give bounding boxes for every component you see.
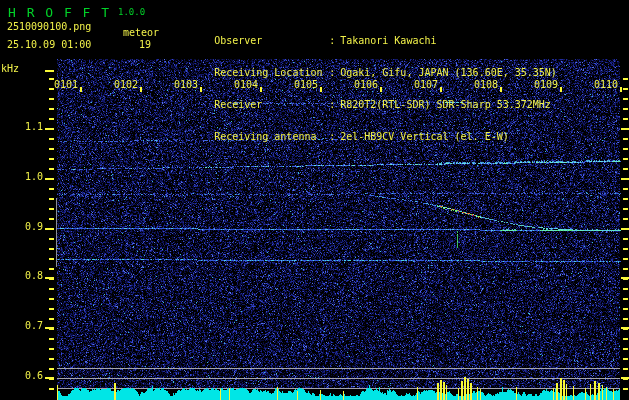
x-axis-label: 0101 [52,80,80,90]
info-location: Receiving Location:Ogaki, Gifu, JAPAN (1… [178,58,557,70]
y-axis-label: 0.8 [17,271,43,281]
echo-count: 19 [139,40,151,50]
mode-label: meteor [123,28,159,38]
y-axis-label: 0.7 [17,321,43,331]
info-antenna: Receiving antenna:2el-HB9CV Vertical (el… [178,122,557,134]
info-receiver: Receiver:R820T2(RTL-SDR) SDR-Sharp 53.37… [178,90,557,102]
x-axis-label: 0103 [172,80,200,90]
y-axis-label: 1.1 [17,122,43,132]
x-axis-label: 0105 [292,80,320,90]
datetime-label: 25.10.09 01:00 [7,40,91,50]
x-axis-label: 0106 [352,80,380,90]
app-version: 1.0.0 [118,8,145,17]
y-axis-label: 0.9 [17,222,43,232]
app-title: H R O F F T [8,6,111,19]
x-axis-label: 0104 [232,80,260,90]
x-axis-label: 0107 [412,80,440,90]
output-filename: 2510090100.png [7,22,91,32]
info-observer: Observer:Takanori Kawachi [178,26,557,38]
y-axis-label: 0.6 [17,371,43,381]
y-axis-label: 1.0 [17,172,43,182]
x-axis-label: 0109 [532,80,560,90]
hrofft-window: H R O F F T 1.0.0 2510090100.png meteor … [0,0,629,400]
x-axis-label: 0102 [112,80,140,90]
x-axis-label: 0110 [592,80,620,90]
x-axis-label: 0108 [472,80,500,90]
y-axis-unit: kHz [1,64,19,74]
